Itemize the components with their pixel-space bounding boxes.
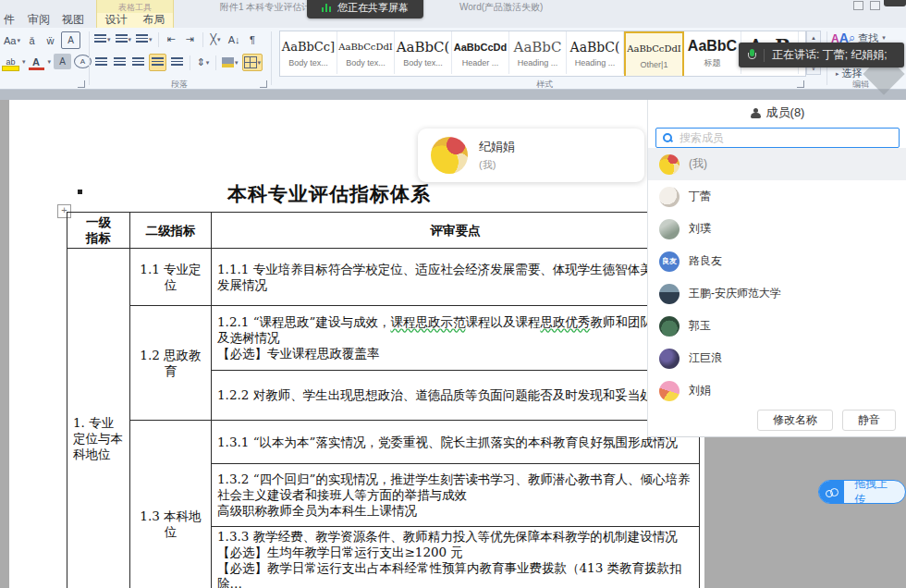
document-top-margin [0,90,906,100]
members-panel-header: 成员(8) [648,100,906,126]
shading-icon[interactable]: ▾ [221,55,239,70]
table-tools-tabs: 设计 布局 [96,13,174,28]
borders-icon[interactable]: ▾ [242,54,263,71]
change-case-button[interactable]: Aa▾ [3,32,21,48]
members-icon [751,108,761,118]
style-card[interactable]: AaBbCcDdI Body tex... [337,31,395,74]
header-level2: 二级指标 [130,213,212,249]
avatar [659,349,680,369]
style-card[interactable]: AaBbC Heading ... [509,31,567,74]
drag-upload-label: 拖拽上传 [844,481,905,503]
paragraph-group-label: 段落 [171,79,188,91]
distribute-icon[interactable] [169,55,185,70]
weiyun-cloud-icon [819,481,844,503]
avatar-initials: 良友 [659,251,680,272]
member-row[interactable]: 王鹏-安庆师范大学 [648,277,906,310]
speaking-toast-text: 正在讲话: 丁蕾; 纪娟娟; [772,47,888,63]
member-row[interactable]: 刘璞 [648,213,906,245]
styles-gallery: AaBbCc] Body tex... AaBbCcDdI Body tex..… [279,31,806,77]
style-card[interactable]: AaBbCcDd Header ... [452,31,509,74]
font-color-caret[interactable]: ▾ [48,58,52,66]
show-marks-icon[interactable]: ¶ [245,31,261,47]
tab-table-layout[interactable]: 布局 [135,13,173,28]
multilevel-list-icon[interactable]: ▾ [135,31,153,47]
table-row: 1.3 本科地位 1.3.1 “以本为本”落实情况，党委重视、院长主抓落实的本科… [67,421,700,464]
search-input[interactable] [678,130,892,145]
avatar [659,154,680,175]
cell-level1: 1. 专业定位与本科地位 [67,249,130,588]
member-row[interactable]: 良友 路良友 [648,245,906,277]
character-shading-icon[interactable]: A [54,54,71,69]
table-header-row: 一级指标 二级指标 评审要点 [67,213,700,249]
meeting-toolbar-edge [884,0,906,6]
document-filename: 附件1 本科专业评估计 [220,1,311,14]
member-search-box[interactable] [655,128,900,148]
app-title: Word(产品激活失败) [459,1,543,14]
rename-button[interactable]: 修改名称 [757,410,833,431]
justify-icon[interactable] [149,54,166,71]
avatar [659,316,680,337]
avatar [431,137,468,174]
highlight-color-caret[interactable]: ▾ [22,58,26,66]
asian-layout-icon[interactable]: ╳▾ [208,31,224,47]
cell-level2-11: 1.1 专业定位 [130,249,212,306]
members-panel: 成员(8) (我) 丁蕾 刘璞 良友 路良友 [647,100,906,437]
tab-view[interactable]: 视图 [62,13,84,28]
numbering-icon[interactable]: ▾ [115,31,133,47]
avatar [659,219,680,239]
member-row[interactable]: 刘娟 [648,374,906,407]
character-scale-icon[interactable]: ẅ [43,32,58,48]
style-card[interactable]: AaBbCc] Body tex... [280,31,337,74]
cell-point-132: 1.3.2 “四个回归”的实现情况，推进学生刻苦读书学习、教师潜心教书育人、倾心… [212,464,700,527]
paragraph-group-row2: ⇕▾ ▾ ▾ [93,54,263,71]
character-border-icon[interactable]: A [61,31,80,49]
participant-name: 纪娟娟 [479,139,515,155]
screen-sharing-pill: 您正在共享屏幕 [307,0,423,18]
screen: 附件1 本科专业评估计 Word(产品激活失败) 您正在共享屏幕 件 审阅 视图… [0,0,906,588]
tab-table-design[interactable]: 设计 [97,13,135,28]
member-row-self[interactable]: (我) [648,148,906,180]
editing-group-label: 编辑 [852,79,869,91]
members-panel-footer: 修改名称 静音 [757,410,896,431]
align-left-icon[interactable] [93,55,109,70]
cell-point-131: 1.3.1 “以本为本”落实情况，党委重视、院长主抓落实的本科教育良好氛围形成情… [212,421,700,464]
cell-point-121: 1.2.1 “课程思政”建设与成效，课程思政示范课程以及课程思政优秀教师和团队的… [212,306,700,371]
window-restore-icon[interactable] [853,1,863,10]
decrease-indent-icon[interactable]: ⇤ [164,31,179,47]
increase-indent-icon[interactable]: ⇥ [182,31,198,47]
font-dialog-launcher[interactable] [78,80,85,88]
align-center-icon[interactable] [112,55,128,70]
bullets-icon[interactable]: ▾ [93,31,112,47]
window-maximize-icon[interactable] [870,1,880,10]
cell-point-133: 1.3.3 教学经费、教学资源条件、教师精力投入等优先保障本科教学的机制建设情况… [212,527,700,588]
members-title: 成员(8) [766,104,805,121]
style-card[interactable]: AaBbC 标题 [684,31,741,74]
member-list: (我) 丁蕾 刘璞 良友 路良友 王鹏-安庆师范大学 郭玉 [648,148,906,412]
evaluation-table: 一级指标 二级指标 评审要点 1. 专业定位与本科地位 1.1 专业定位 1.1… [67,212,700,588]
cell-level2-12: 1.2 思政教育 [130,306,212,421]
speaking-toast: 正在讲话: 丁蕾; 纪娟娟; [739,43,904,67]
member-row[interactable]: 江巨浪 [648,342,906,374]
line-spacing-icon[interactable]: ⇕▾ [195,55,211,70]
drag-upload-pill[interactable]: 拖拽上传 [818,480,906,504]
avatar [659,187,680,207]
sort-icon[interactable]: A↓ [226,31,242,47]
paragraph-dialog-launcher[interactable] [260,80,267,88]
font-group-row2: ab▾ A▾ A A [3,54,92,69]
phonetic-guide-icon[interactable]: ǎ [24,32,40,48]
cell-point-122: 1.2.2 对教师、学生出现思想政治、道德品质等负面问题能否及时发现和妥当处置情… [212,371,700,421]
member-row[interactable]: 丁蕾 [648,180,906,213]
sharing-pill-label: 您正在共享屏幕 [337,1,409,15]
participant-card[interactable]: 纪娟娟 (我) [418,129,644,182]
style-card[interactable]: AaBbC( Heading ... [567,31,624,74]
style-card[interactable]: AaBbC( Body tex... [395,31,452,74]
align-right-icon[interactable] [130,55,146,70]
member-row[interactable]: 郭玉 [648,310,906,342]
style-card-selected[interactable]: AaBbCcDdI Other|1 [624,31,684,77]
highlight-color-icon[interactable]: ab [3,54,18,69]
styles-dialog-launcher[interactable] [797,80,804,88]
tab-review[interactable]: 审阅 [28,13,50,28]
mute-button[interactable]: 静音 [842,410,896,431]
tab-mailings[interactable]: 件 [4,13,15,28]
font-color-icon[interactable]: A [29,54,44,69]
